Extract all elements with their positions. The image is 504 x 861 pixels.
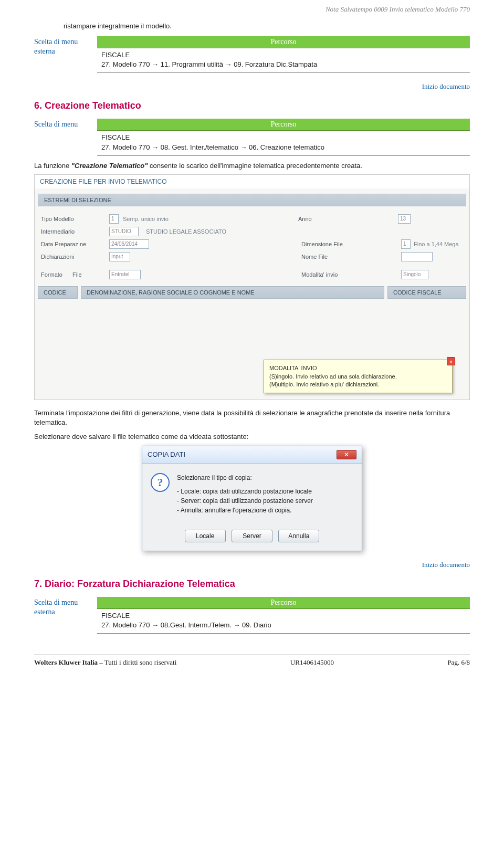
modalita-input[interactable]: Singolo [401,270,428,279]
dichiarazioni-input[interactable]: Input [109,252,130,261]
document-header: Nota Salvatempo 0009 Invio telematico Mo… [34,0,470,22]
section-6-heading: 6. Creazione Telematico [34,100,470,111]
percorso-header: Percorso [97,597,470,609]
intermediario-text: STUDIO LEGALE ASSOCIATO [146,228,226,235]
percorso-path: FISCALE 27. Modello 770 → 08. Gest. Inte… [97,131,470,155]
section-7-heading: 7. Diario: Forzatura Dichiarazione Telem… [34,579,470,590]
dichiarazioni-label: Dichiarazioni [41,254,109,260]
tipo-modello-label: Tipo Modello [41,216,109,222]
question-icon: ? [151,473,170,492]
scelta-menu-label: Scelta di menu [34,119,97,129]
annulla-button[interactable]: Annulla [278,530,319,542]
data-preparaz-label: Data Preparaz.ne [41,241,109,247]
formato-input[interactable]: Entratel [109,270,141,279]
dialog-option-locale: - Locale: copia dati utilizzando postazi… [177,487,313,496]
percorso-box-1: Percorso FISCALE 27. Modello 770 → 11. P… [97,36,470,73]
app-screenshot-creazione: CREAZIONE FILE PER INVIO TELEMATICO ESTR… [34,174,470,400]
tipo-modello-input[interactable]: 1 [109,214,119,224]
percorso-header: Percorso [97,36,470,48]
scelta-menu-label: Scelta di menu esterna [34,597,97,617]
anno-input[interactable]: 13 [398,214,411,224]
file-label: File [72,271,109,278]
ss-title: CREAZIONE FILE PER INVIO TELEMATICO [35,175,469,188]
dimfile-label: Dimensione File [301,241,359,247]
col-codice-fiscale: CODICE FISCALE [387,286,466,299]
scelta-menu-label: Scelta di menu esterna [34,36,97,56]
inizio-documento-link[interactable]: Inizio documento [34,561,470,569]
nomefile-label: Nome File [301,254,359,260]
data-preparaz-input[interactable]: 24/06/2014 [109,239,149,249]
ss-subheader: ESTREMI DI SELEZIONE [38,194,466,206]
section-6-description: La funzione "Creazione Telematico" conse… [34,161,470,171]
inizio-documento-link[interactable]: Inizio documento [34,82,470,91]
tipo-modello-text: Semp. unico invio [123,216,169,222]
percorso-header: Percorso [97,119,470,131]
server-button[interactable]: Server [232,530,272,542]
dialog-titlebar: COPIA DATI ✕ [142,446,362,464]
dialog-title: COPIA DATI [148,450,185,458]
nomefile-input[interactable] [401,252,433,261]
col-denominazione: DENOMINAZIONE, RAGIONE SOCIALE O COGNOME… [81,286,384,299]
page-footer: Wolters Kluwer Italia – Tutti i diritti … [34,655,470,679]
copia-dati-dialog: COPIA DATI ✕ ? Selezionare il tipo di co… [142,446,362,551]
dialog-option-annulla: - Annulla: annullare l'operazione di cop… [177,506,313,515]
col-codice: CODICE [38,286,78,299]
dimfile-text: Fino a 1,44 Mega [414,241,463,247]
tooltip-modalita-invio: × MODALITA' INVIO (S)ingolo. Invio relat… [264,360,453,393]
locale-button[interactable]: Locale [185,530,226,542]
intro-text: ristampare integralmente il modello. [64,22,470,30]
dialog-option-server: - Server: copia dati utilizzando postazi… [177,496,313,506]
close-icon[interactable]: × [447,357,455,365]
percorso-box-3: Percorso FISCALE 27. Modello 770 → 08.Ge… [97,597,470,634]
intermediario-input[interactable]: STUDIO [109,227,139,236]
percorso-box-2: Percorso FISCALE 27. Modello 770 → 08. G… [97,119,470,155]
post-text-2: Selezionare dove salvare il file telemat… [34,432,470,442]
percorso-path: FISCALE 27. Modello 770 → 08.Gest. Inter… [97,608,470,633]
formato-label: Formato [41,271,72,278]
close-icon[interactable]: ✕ [337,450,356,459]
post-text-1: Terminata l'impostazione dei filtri di g… [34,408,470,427]
intermediario-label: Intermediario [41,228,109,235]
modalita-label: Modalita' invio [301,271,359,278]
dialog-prompt: Selezionare il tipo di copia: [177,473,313,482]
percorso-path: FISCALE 27. Modello 770 → 11. Programmi … [97,48,470,73]
dimfile-input[interactable]: 1 [401,239,411,249]
anno-label: Anno [298,216,356,222]
